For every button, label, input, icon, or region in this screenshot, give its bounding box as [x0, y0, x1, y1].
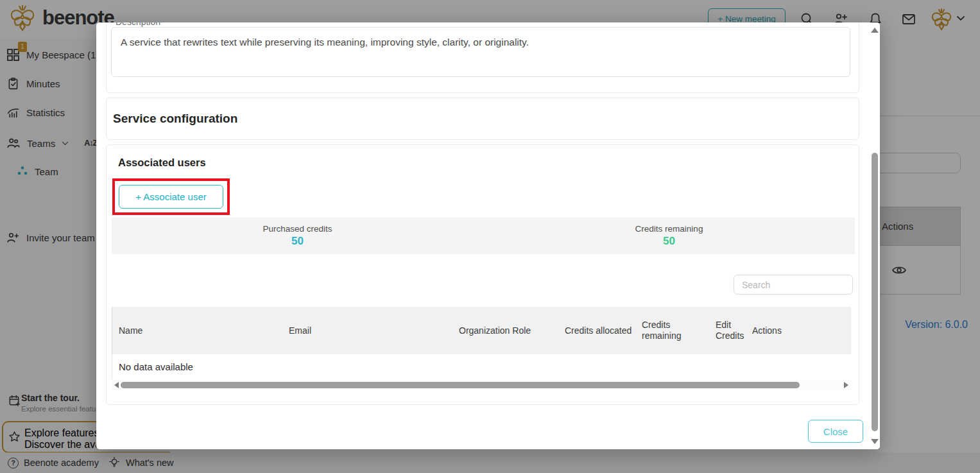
- credits-summary: Purchased credits 50 Credits remaining 5…: [112, 218, 855, 254]
- purchased-credits: Purchased credits 50: [112, 218, 483, 254]
- annotation-highlight-box: + Associate user: [112, 178, 230, 215]
- credits-remaining-label: Credits remaining: [635, 224, 703, 234]
- close-button[interactable]: Close: [808, 420, 863, 443]
- column-header-organization-role: Organization Role: [459, 325, 565, 336]
- service-configuration-title: Service configuration: [113, 112, 237, 126]
- service-configuration-card: Service configuration: [106, 98, 859, 140]
- column-header-actions: Actions: [752, 325, 842, 336]
- users-search-input[interactable]: [734, 275, 853, 295]
- description-textarea[interactable]: A service that rewrites text while prese…: [111, 27, 850, 77]
- associate-user-button[interactable]: + Associate user: [119, 185, 223, 209]
- scroll-right-arrow-icon[interactable]: [844, 382, 848, 388]
- scroll-up-arrow-icon[interactable]: [871, 28, 879, 33]
- column-header-credits-remaining: Credits remaining: [642, 320, 716, 341]
- associated-users-title: Associated users: [118, 157, 206, 169]
- credits-remaining-value: 50: [663, 235, 675, 248]
- users-table-header: Name Email Organization Role Credits all…: [112, 307, 851, 354]
- empty-table-row: No data available: [112, 354, 851, 379]
- no-data-text: No data available: [119, 361, 193, 372]
- purchased-credits-value: 50: [291, 235, 304, 248]
- horizontal-scrollbar[interactable]: [112, 380, 851, 390]
- screen: beenote + New meeting: [0, 0, 980, 473]
- vertical-scrollbar-thumb[interactable]: [872, 153, 878, 431]
- vertical-scrollbar[interactable]: [869, 22, 880, 449]
- service-details-modal: Description A service that rewrites text…: [96, 22, 880, 449]
- column-header-credits-allocated: Credits allocated: [565, 325, 642, 336]
- description-label: Description: [113, 22, 163, 27]
- purchased-credits-label: Purchased credits: [262, 224, 332, 234]
- credits-remaining: Credits remaining 50: [483, 218, 855, 254]
- column-header-email: Email: [289, 325, 459, 336]
- horizontal-scrollbar-thumb[interactable]: [121, 382, 800, 388]
- column-header-name: Name: [119, 325, 289, 336]
- scroll-left-arrow-icon[interactable]: [114, 382, 119, 388]
- scroll-down-arrow-icon[interactable]: [871, 439, 879, 444]
- associated-users-card: Associated users + Associate user Purcha…: [106, 144, 859, 405]
- column-header-edit-credits: Edit Credits: [716, 320, 752, 341]
